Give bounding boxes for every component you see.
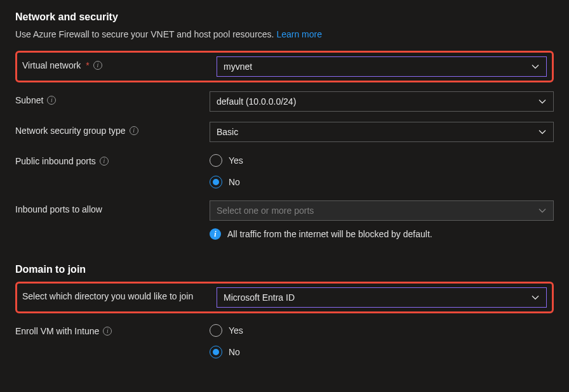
intune-radio-no[interactable]: No [210, 344, 554, 360]
radio-label: No [229, 177, 240, 187]
radio-icon [210, 324, 222, 337]
subnet-select[interactable]: default (10.0.0.0/24) [210, 91, 554, 112]
vnet-label-text: Virtual network [22, 60, 81, 70]
subnet-select-value: default (10.0.0.0/24) [217, 96, 296, 107]
required-asterisk: * [86, 60, 89, 70]
ports-select: Select one or more ports [210, 200, 554, 221]
nsg-label-text: Network security group type [15, 126, 126, 136]
section-title-network: Network and security [15, 11, 554, 23]
radio-icon [210, 154, 222, 167]
info-icon[interactable]: i [130, 126, 138, 135]
inbound-label-text: Public inbound ports [15, 156, 96, 166]
network-description: Use Azure Firewall to secure your VNET a… [15, 29, 554, 39]
info-icon[interactable]: i [47, 96, 56, 105]
vnet-select-value: myvnet [224, 62, 252, 72]
vnet-label: Virtual network * i [22, 56, 217, 70]
chevron-down-icon [531, 62, 540, 71]
directory-select[interactable]: Microsoft Entra ID [217, 287, 547, 308]
subnet-label-text: Subnet [15, 95, 43, 105]
learn-more-link[interactable]: Learn more [276, 29, 322, 39]
intune-label-text: Enroll VM with Intune [15, 326, 99, 336]
chevron-down-icon [538, 97, 547, 106]
radio-icon [210, 346, 222, 358]
inbound-radio-no[interactable]: No [210, 174, 554, 190]
vnet-select[interactable]: myvnet [217, 56, 547, 77]
info-badge-icon: i [210, 228, 221, 240]
inbound-label: Public inbound ports i [15, 152, 210, 166]
intune-label: Enroll VM with Intune i [15, 322, 210, 336]
subnet-label: Subnet i [15, 91, 210, 105]
nsg-select-value: Basic [217, 127, 238, 137]
ports-info-text: All traffic from the internet will be bl… [227, 229, 432, 239]
directory-select-value: Microsoft Entra ID [224, 292, 295, 303]
info-icon[interactable]: i [93, 61, 102, 70]
radio-label: Yes [229, 155, 243, 166]
info-icon[interactable]: i [100, 157, 109, 166]
ports-info-line: i All traffic from the internet will be … [210, 228, 554, 240]
chevron-down-icon [538, 127, 547, 136]
chevron-down-icon [538, 206, 547, 215]
radio-label: Yes [229, 325, 243, 336]
ports-label-text: Inbound ports to allow [15, 204, 102, 214]
radio-icon [210, 176, 222, 188]
highlight-directory: Select which directory you would like to… [15, 282, 554, 313]
section-title-domain: Domain to join [15, 264, 554, 275]
info-icon[interactable]: i [103, 327, 112, 336]
network-desc-text: Use Azure Firewall to secure your VNET a… [15, 29, 276, 39]
chevron-down-icon [531, 293, 540, 302]
radio-label: No [229, 347, 240, 357]
directory-label-text: Select which directory you would like to… [22, 291, 193, 301]
ports-label: Inbound ports to allow [15, 200, 210, 214]
nsg-label: Network security group type i [15, 122, 210, 136]
highlight-vnet: Virtual network * i myvnet [15, 51, 554, 82]
directory-label: Select which directory you would like to… [22, 287, 217, 301]
intune-radio-yes[interactable]: Yes [210, 322, 554, 339]
nsg-select[interactable]: Basic [210, 122, 554, 142]
inbound-radio-yes[interactable]: Yes [210, 152, 554, 169]
ports-placeholder: Select one or more ports [217, 206, 314, 216]
